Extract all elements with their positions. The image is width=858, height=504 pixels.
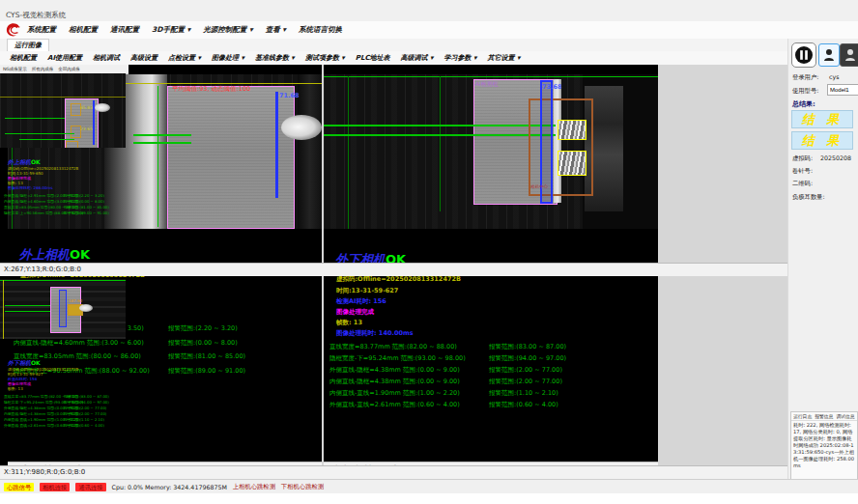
menu-item-language[interactable]: 系统语言切换 (299, 25, 342, 35)
tab-all-inner[interactable]: 所有内成像 (32, 67, 54, 71)
overlay-green-hline (324, 125, 556, 126)
window-title: CYS-视觉检测系统 (6, 11, 66, 20)
camera-name: 外上相机 (8, 158, 31, 165)
tab-texture (558, 121, 586, 139)
ai-box-label: AI检测框 (475, 80, 499, 89)
pause-button[interactable] (791, 42, 816, 68)
tool-advanced-settings[interactable]: 高级设置 (130, 53, 157, 63)
measure-value: 外侧直线-直线=2.61mm 范围:(0.60 ~ 4.00) (329, 401, 489, 412)
tab-run-image[interactable]: 运行图像 (7, 39, 49, 51)
overlay-green-vline (440, 76, 441, 211)
tool-ai-usage[interactable]: AI使用配置 (47, 53, 82, 63)
mini-measure-label: 23.65 (80, 126, 93, 131)
app-statusbar: 心跳信号 相机连接 通讯连接 Cpu: 0.0% Memory: 3424.41… (0, 479, 858, 493)
cpu-memory-text: Cpu: 0.0% Memory: 3424.41796875M (112, 484, 227, 490)
comm-connect-badge: 通讯连接 (75, 483, 105, 491)
log-tab-alarm[interactable]: 报警信息 (815, 413, 833, 419)
camera-name: 外上相机 (19, 247, 70, 262)
alarm-range: 报警范围:(89.00 ~ 91.00) (64, 210, 109, 216)
tool-learn-params[interactable]: 学习参数 ▾ (444, 53, 477, 63)
ng-bottom-statusbar: X:311;Y:980;R:0;G:0;B:0 (0, 465, 858, 479)
ok-status: OK (31, 359, 41, 366)
mini-elapsed-line: 图像处理耗时: 266.00ms (8, 185, 53, 190)
menu-item-comm-config[interactable]: 通讯配置 (110, 25, 139, 35)
overlay-blue-vline (275, 92, 278, 198)
heartbeat-badge: 心跳信号 (4, 483, 34, 491)
overlay-green-hline (5, 133, 74, 134)
tab-blob (281, 115, 322, 140)
menu-item-camera-config[interactable]: 相机配置 (69, 25, 98, 35)
log-box: 运行日志 报警信息 调试信息 耗时: 222, 网络检测耗时: 17, 网络分类… (790, 411, 858, 482)
tool-advanced-debug[interactable]: 高级调试 ▾ (401, 53, 434, 63)
pause-icon (794, 45, 814, 65)
measure-value: 内侧直线-隐框=4.60mm 范围:(3.00 ~ 6.00) (14, 339, 168, 353)
model-input[interactable] (827, 84, 858, 96)
menu-item-view[interactable]: 查看 ▾ (266, 25, 286, 35)
overlay-green-hline (133, 142, 191, 144)
log-tab-strip: 运行日志 报警信息 调试信息 (791, 412, 857, 421)
log-tab-run[interactable]: 运行日志 (793, 413, 812, 419)
tab-detect-box (558, 120, 586, 140)
log-tab-debug[interactable]: 调试信息 (836, 413, 854, 419)
menu-item-light-config[interactable]: 光源控制配置 ▾ (203, 25, 252, 35)
measure-value: 直线宽度=83.77mm 范围:(82.00 ~ 88.00) (329, 343, 489, 354)
mid-camera-image[interactable]: AI检测框 73.68 相机中心 (324, 74, 658, 229)
tool-image-process[interactable]: 图像处理 ▾ (212, 53, 244, 63)
ng-top-image[interactable]: 45.83 23.65 (0, 73, 126, 148)
toolbar: 相机配置 AI使用配置 相机调试 高级设置 点检设置 ▾ 图像处理 ▾ 基准线参… (0, 51, 795, 66)
measurement-list: 直线宽度=83.77mm 范围:(82.00 ~ 88.00) 报警范围:(83… (329, 343, 654, 412)
mini-frames-line: 帧数: 13 (8, 386, 23, 391)
measure-value-label: 73.68 (542, 83, 562, 91)
camera-center-label: 相机中心 (530, 184, 548, 189)
operator-button[interactable] (840, 43, 858, 67)
ng-bottom-image[interactable]: 187.90 (0, 279, 126, 339)
tool-spot-check[interactable]: 点检设置 ▾ (168, 53, 201, 63)
result-block-bottom: 结 果 (791, 131, 853, 150)
alarm-range: 报警范围:(0.60 ~ 4.00) (64, 423, 104, 429)
tab-detect-box (66, 141, 78, 148)
needle-label: 卷针号: (792, 167, 813, 176)
ok-status: OK (31, 158, 41, 165)
virtual-code-value: 20250208 (820, 154, 851, 161)
login-user-button[interactable] (818, 43, 840, 67)
control-panel: 登录用户: cys 使用型号: 总结果: 结 果 结 果 虚拟码: 202502… (787, 39, 858, 492)
overlay-yellow-vline (3, 280, 4, 339)
camera-connect-badge: 相机连接 (40, 483, 70, 491)
alarm-range: 报警范围:(2.00 ~ 77.00) (489, 378, 562, 389)
tool-plc-address[interactable]: PLC地址表 (356, 53, 390, 63)
result-text: 结 果 (802, 132, 844, 150)
tool-baseline-params[interactable]: 基准线参数 ▾ (255, 53, 295, 63)
alarm-range: 报警范围:(1.10 ~ 2.10) (489, 389, 558, 401)
total-result-label: 总结果: (792, 99, 815, 109)
tool-camera-debug[interactable]: 相机调试 (93, 53, 120, 63)
menu-item-3d-config[interactable]: 3D手配置 ▾ (152, 25, 190, 35)
overlay-green-topline (324, 76, 658, 77)
login-user-value: cys (829, 73, 839, 80)
tab-ng-display[interactable]: NG成像显示 (3, 67, 27, 71)
ai-brown-box (529, 98, 593, 196)
qr-label: 二维码: (792, 180, 813, 188)
measure-value-label: 71.68 (279, 92, 300, 99)
virtual-code-label: 虚拟码: (792, 154, 813, 163)
overlay-green-hline (324, 134, 556, 136)
measure-value: 隐框宽度-下=95.24mm 范围:(93.00 ~ 98.00) (329, 354, 489, 366)
ok-status: OK (70, 247, 90, 262)
time-line: 时间:13-31-59-627 (336, 287, 398, 295)
tab-full-inner[interactable]: 全部内成像 (58, 67, 80, 71)
alarm-range: 报警范围:(94.00 ~ 97.00) (489, 354, 566, 366)
window-titlebar[interactable]: CYS-视觉检测系统 (0, 0, 858, 22)
frame-count-line: 帧数: 13 (336, 319, 362, 327)
measurement-row: 直线宽度=83.77mm 范围:(82.00 ~ 88.00) 报警范围:(83… (329, 343, 654, 354)
tool-other-settings[interactable]: 其它设置 ▾ (487, 53, 520, 63)
mini-measurement-list: 直线宽度=83.77mm 范围:(82.00 ~ 88.00)报警范围:(83.… (4, 394, 124, 429)
app-logo-icon (5, 22, 22, 38)
tool-camera-config[interactable]: 相机配置 (10, 53, 37, 63)
alarm-range: 报警范围:(2.20 ~ 3.20) (168, 324, 238, 339)
menu-item-system-config[interactable]: 系统配置 (27, 25, 56, 35)
overlay-green-hline (19, 139, 74, 140)
machine-dark-right (298, 74, 322, 229)
tool-test-params[interactable]: 测试项参数 ▾ (305, 53, 345, 63)
top-camera-heartbeat-text: 上相机心跳检测 (233, 483, 275, 491)
mini-measure-label: 187.90 (69, 298, 82, 303)
log-text: 耗时: 222, 网络检测耗时: 17, 网络分类耗时: 0, 网络提取分区耗时… (791, 421, 857, 470)
